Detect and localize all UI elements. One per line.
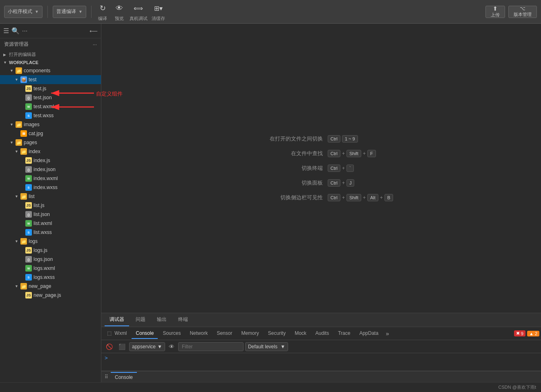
index-js-label: index.js (34, 158, 50, 163)
levels-label: Default levels (248, 344, 277, 350)
tree-item-index[interactable]: ▼ 📁 index (0, 147, 101, 156)
filter-input[interactable] (178, 342, 244, 351)
devtools-tab-more-icon[interactable]: » (383, 328, 391, 339)
kbd-j-4: J (347, 179, 355, 187)
upload-button[interactable]: ⬆ 上传 (485, 6, 505, 18)
more-icon[interactable]: ··· (22, 27, 27, 35)
tree-item-test[interactable]: ▼ 📦 test (0, 75, 101, 84)
test-json-label: test.json (34, 95, 52, 100)
images-label: images (24, 122, 40, 127)
devtab-memory[interactable]: Memory (237, 328, 263, 339)
console-tab-item[interactable]: Console (111, 372, 137, 382)
compile-button[interactable]: ↻ (96, 2, 109, 15)
test-label: test (29, 77, 36, 82)
eye-button[interactable]: 👁 (167, 342, 177, 351)
tree-item-test-wxml[interactable]: ▶ W test.wxml (0, 102, 101, 111)
tree-item-logs-wxml[interactable]: ▶ W logs.wxml (0, 264, 101, 273)
tree-item-test-js[interactable]: ▶ JS test.js (0, 84, 101, 93)
list-js-icon: JS (25, 202, 32, 209)
kbd-plus-4: + (342, 180, 345, 186)
tree-item-logs[interactable]: ▼ 📁 logs (0, 237, 101, 246)
kbd-ctrl-2: Ctrl (328, 150, 340, 157)
tab-terminal[interactable]: 终端 (173, 314, 193, 326)
toolbar-divider-2 (91, 6, 92, 18)
console-tab-label: Console (115, 374, 133, 380)
tree-item-images[interactable]: ▼ 📁 images (0, 120, 101, 129)
sidebar-header: ☰ 🔍 ··· ⟵ (0, 24, 101, 38)
shortcut-row-3: 切换终端 Ctrl + ` (249, 165, 393, 172)
kbd-plus-3: + (342, 165, 345, 171)
compile-select[interactable]: 普通编译 ▼ (53, 6, 86, 18)
mode-select[interactable]: 小程序模式 ▼ (4, 6, 42, 18)
tree-item-list-json[interactable]: ▶ {} list.json (0, 210, 101, 219)
tree-item-test-wxss[interactable]: ▶ S test.wxss (0, 111, 101, 120)
tree-item-list-wxml[interactable]: ▶ W list.wxml (0, 219, 101, 228)
realdevice-button[interactable]: ⟺ (130, 2, 146, 15)
tab-output[interactable]: 输出 (152, 314, 172, 326)
devtab-network[interactable]: Network (186, 328, 212, 339)
kbd-plus-5a: + (342, 195, 345, 200)
tree-item-logs-js[interactable]: ▶ JS logs.js (0, 246, 101, 255)
index-json-icon: {} (25, 166, 32, 173)
tree-item-test-json[interactable]: ▶ {} test.json (0, 93, 101, 102)
tree-item-list-wxss[interactable]: ▶ S list.wxss (0, 228, 101, 237)
cat-jpg-label: cat.jpg (29, 131, 43, 136)
devtab-trace[interactable]: Trace (334, 328, 354, 339)
kbd-plus-2b: + (363, 151, 366, 156)
pages-label: pages (24, 140, 37, 145)
new-page-js-label: new_page.js (34, 292, 61, 298)
preview-button[interactable]: 👁 (112, 2, 126, 15)
workplace-section[interactable]: ▼ WORKPLACE (0, 59, 101, 66)
collapse-icon[interactable]: ⟵ (89, 28, 98, 34)
devtab-audits[interactable]: Audits (311, 328, 333, 339)
devtab-appdata[interactable]: AppData (355, 328, 382, 339)
tree-item-components[interactable]: ▼ 📁 components (0, 66, 101, 75)
devtools-toolbar: 🚫 ⬛ appservice ▼ 👁 Default levels ▼ (101, 340, 541, 353)
logs-js-icon: JS (25, 247, 32, 254)
tab-problems[interactable]: 问题 (131, 314, 150, 326)
sidebar-more-btn[interactable]: ··· (93, 42, 97, 47)
devtab-sensor[interactable]: Sensor (212, 328, 236, 339)
tree-item-cat-jpg[interactable]: ▶ 🖼 cat.jpg (0, 129, 101, 138)
tree-item-logs-wxss[interactable]: ▶ S logs.wxss (0, 273, 101, 282)
tree-item-list-js[interactable]: ▶ JS list.js (0, 201, 101, 210)
search-icon[interactable]: 🔍 (11, 27, 20, 35)
console-prompt[interactable]: > (105, 355, 538, 361)
bottom-panel: 调试器 问题 输出 终端 ⬚ Wxml Console Sources Netw… (101, 313, 541, 382)
tree-item-new-page-js[interactable]: ▶ JS new_page.js (0, 291, 101, 300)
shortcut-row-1: 在打开的文件之间切换 Ctrl 1 ~ 9 (249, 135, 393, 143)
tree-item-index-json[interactable]: ▶ {} index.json (0, 165, 101, 174)
test-js-label: test.js (34, 86, 46, 91)
open-editors-section[interactable]: ▶ 打开的编辑器 (0, 50, 101, 59)
tree-item-new-page[interactable]: ▼ 📁 new_page (0, 282, 101, 291)
devtools-tabs: ⬚ Wxml Console Sources Network Sensor Me… (101, 327, 541, 340)
devtab-wxml[interactable]: ⬚ Wxml (103, 328, 131, 339)
kbd-1-9: 1 ~ 9 (342, 135, 358, 143)
tree-item-index-wxss[interactable]: ▶ S index.wxss (0, 183, 101, 192)
shortcut-keys-1: Ctrl 1 ~ 9 (328, 135, 358, 143)
kbd-shift-2: Shift (347, 150, 361, 157)
tree-item-logs-json[interactable]: ▶ {} logs.json (0, 255, 101, 264)
tree-item-index-js[interactable]: ▶ JS index.js (0, 156, 101, 165)
devtab-security[interactable]: Security (264, 328, 290, 339)
devtab-console[interactable]: Console (132, 328, 158, 339)
stop-button[interactable]: ⬛ (116, 342, 127, 351)
clearcache-button[interactable]: ⊞▾ (151, 2, 166, 15)
preview-btn-group: 👁 预览 (112, 2, 126, 22)
tree-item-list[interactable]: ▼ 📁 list (0, 192, 101, 201)
clearcache-btn-label: 清缓存 (152, 16, 165, 22)
file-tree: ▼ 📁 components ▼ 📦 test ▶ JS test.js (0, 66, 101, 300)
tree-item-pages[interactable]: ▼ 📁 pages (0, 138, 101, 147)
version-button[interactable]: ⌥ 版本管理 (508, 6, 537, 18)
service-select[interactable]: appservice ▼ (129, 342, 165, 351)
tab-debugger[interactable]: 调试器 (105, 314, 129, 326)
levels-select[interactable]: Default levels ▼ (245, 342, 288, 351)
hamburger-icon[interactable]: ☰ (3, 27, 9, 35)
logs-label: logs (29, 238, 38, 244)
tree-item-index-wxml[interactable]: ▶ W index.wxml (0, 174, 101, 183)
clearcache-btn-group: ⊞▾ 清缓存 (151, 2, 166, 22)
clear-console-button[interactable]: 🚫 (104, 342, 115, 351)
devtab-sources[interactable]: Sources (159, 328, 185, 339)
bottom-panel-handle[interactable]: ⠿ (105, 374, 108, 380)
devtab-mock[interactable]: Mock (291, 328, 311, 339)
